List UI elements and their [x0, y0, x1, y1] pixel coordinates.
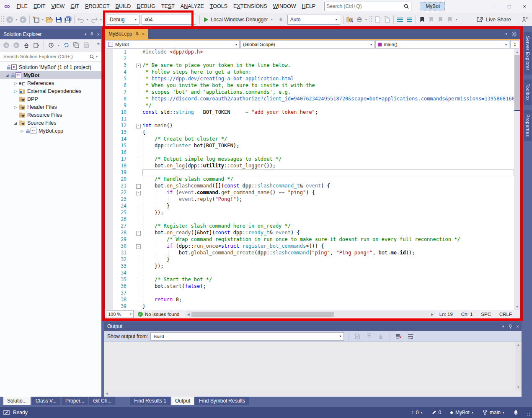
code-line-13[interactable]: 13{ — [105, 129, 514, 136]
eol-indicator[interactable]: CRLF — [499, 312, 512, 317]
fold-toggle[interactable]: - — [127, 183, 142, 190]
collapse-box-icon[interactable]: - — [136, 64, 141, 68]
undo-dropdown[interactable]: ▾ — [85, 18, 90, 21]
code-line-17[interactable]: 17 /* Output simple log messages to stdo… — [105, 156, 514, 163]
fold-toggle[interactable]: - — [127, 230, 142, 236]
scroll-left-arrow[interactable]: ◀ — [104, 390, 110, 397]
right-tab-properties[interactable]: Properties — [524, 110, 532, 141]
scroll-right-arrow[interactable]: ▶ — [429, 311, 435, 317]
save-button[interactable] — [54, 15, 63, 25]
tree-item-mybot-cpp[interactable]: ▷MyBot.cpp — [0, 127, 101, 135]
find-message-in-code-icon[interactable] — [353, 332, 362, 341]
collapse-box-icon[interactable]: - — [136, 231, 141, 236]
scroll-down-arrow[interactable]: ▼ — [515, 384, 522, 390]
horizontal-scrollbar[interactable]: ◀ — [104, 390, 522, 397]
home-dropdown[interactable]: ▾ — [364, 18, 368, 21]
menu-test[interactable]: TEST — [158, 3, 178, 9]
output-titlebar[interactable]: Output ▾ × — [104, 322, 522, 331]
fold-toggle[interactable]: - — [127, 190, 142, 196]
code-line-2[interactable]: 2 — [105, 56, 514, 62]
menu-window[interactable]: WINDOW — [270, 3, 299, 9]
live-share-button[interactable]: Live Share — [476, 16, 532, 23]
scroll-down-arrow[interactable]: ▼ — [514, 304, 520, 310]
code-line-18[interactable]: 18 bot.on_log(dpp::utility::cout_logger(… — [105, 163, 514, 169]
uncomment-lines-icon[interactable] — [405, 15, 414, 25]
new-project-dropdown[interactable]: ▾ — [41, 18, 45, 21]
tool-tab-find-results-1[interactable]: Find Results 1 — [130, 397, 170, 405]
editor-options-gear-icon[interactable] — [511, 31, 517, 37]
code-line-19[interactable]: 19 — [105, 169, 514, 176]
close-icon[interactable]: × — [97, 32, 100, 37]
code-lines[interactable]: 1#include <dpp/dpp.h>23-/* Be sure to pl… — [105, 49, 514, 310]
menu-extensions[interactable]: EXTENSIONS — [230, 3, 270, 9]
collapse-icon[interactable]: ◢ — [13, 121, 18, 125]
close-icon[interactable]: × — [517, 324, 519, 329]
code-line-4[interactable]: 4 * Follow steps here to get a token: — [105, 69, 514, 76]
code-line-1[interactable]: 1#include <dpp/dpp.h> — [105, 49, 514, 56]
menu-build[interactable]: BUILD — [113, 3, 134, 9]
code-line-7[interactable]: 7 * scopes 'bot' and 'applications.comma… — [105, 89, 514, 96]
collapse-box-icon[interactable]: - — [136, 124, 141, 128]
branch-picker[interactable]: main ▴ — [480, 410, 507, 415]
code-line-11[interactable]: 11 — [105, 116, 514, 123]
tree-item-external-dependencies[interactable]: ▷External Dependencies — [0, 87, 101, 95]
code-line-32[interactable]: 32 } — [105, 256, 514, 263]
scroll-up-arrow[interactable]: ▲ — [514, 49, 520, 55]
split-window-button[interactable]: ‡ — [510, 40, 519, 49]
hot-reload-icon[interactable] — [276, 15, 286, 25]
fold-toggle[interactable]: - — [127, 123, 142, 129]
code-line-24[interactable]: 24 } — [105, 203, 514, 210]
switch-views-icon[interactable] — [32, 40, 41, 50]
pin-icon[interactable] — [90, 32, 94, 37]
navigate-back-dropdown[interactable]: ▾ — [14, 18, 18, 21]
document-health-indicator[interactable]: ✓ No issues found — [138, 312, 179, 317]
zoom-combo[interactable]: 100 %▾ — [106, 310, 134, 318]
toggle-bookmark-icon[interactable] — [418, 15, 427, 25]
expand-icon[interactable]: ▷ — [13, 105, 18, 109]
notifications-bell-button[interactable] — [511, 410, 521, 415]
solution-explorer-titlebar[interactable]: Solution Explorer ▾ × — [0, 29, 101, 39]
code-line-10[interactable]: 10const std::string BOT_TOKEN = "add you… — [105, 109, 514, 116]
close-button[interactable]: × — [517, 0, 532, 13]
forward-button[interactable]: ▸ — [12, 40, 21, 50]
code-line-9[interactable]: 9 */ — [105, 103, 514, 109]
repository-picker[interactable]: ◆ MyBot ▴ — [447, 410, 476, 415]
collapse-box-icon[interactable]: - — [136, 191, 141, 195]
toolbar-grip[interactable] — [1, 16, 5, 23]
redo-button[interactable] — [90, 15, 99, 25]
fold-toggle[interactable]: - — [127, 62, 142, 69]
window-position-dropdown-icon[interactable]: ▾ — [502, 324, 504, 328]
sync-with-active-document-icon[interactable] — [62, 40, 71, 50]
code-line-36[interactable]: 36 bot.start(false); — [105, 283, 514, 290]
toolbar-grip[interactable] — [369, 16, 373, 23]
preview-document-icon[interactable] — [382, 15, 392, 25]
code-line-12[interactable]: 12-int main() — [105, 123, 514, 129]
tab-mybot-cpp[interactable]: MyBot.cpp × — [105, 29, 148, 39]
code-line-23[interactable]: 23 event.reply("Pong!"); — [105, 196, 514, 203]
space-mode-indicator[interactable]: SPC — [481, 312, 491, 317]
close-tab-icon[interactable]: × — [142, 31, 145, 36]
code-line-16[interactable]: 16 — [105, 149, 514, 156]
pin-icon[interactable] — [509, 324, 512, 329]
menu-analyze[interactable]: ANALYZE — [178, 3, 207, 9]
tree-item-dpp[interactable]: DPP — [0, 95, 101, 103]
code-line-5[interactable]: 5 * https://dpp.dev/creating-a-bot-appli… — [105, 76, 514, 82]
output-source-combo[interactable]: Build▾ — [150, 332, 344, 341]
code-line-3[interactable]: 3-/* Be sure to place your token in the … — [105, 62, 514, 69]
code-line-29[interactable]: 29 /* Wrap command registration in run_o… — [105, 236, 514, 243]
menu-tools[interactable]: TOOLS — [207, 3, 230, 9]
redo-dropdown[interactable]: ▾ — [99, 18, 103, 21]
scroll-left-arrow[interactable]: ◀ — [185, 311, 191, 317]
tree-item-resource-files[interactable]: Resource Files — [0, 111, 101, 119]
back-button[interactable]: ◂ — [2, 40, 11, 50]
toolbar-overflow-dropdown[interactable]: ▾ — [455, 18, 459, 21]
unpushed-edits-button[interactable]: 0 — [429, 410, 444, 415]
window-position-dropdown-icon[interactable]: ▾ — [85, 32, 87, 36]
filter-dropdown[interactable]: ▾ — [57, 44, 61, 47]
menu-git[interactable]: GIT — [67, 3, 82, 9]
clear-all-icon[interactable] — [394, 332, 403, 341]
previous-message-icon[interactable] — [364, 332, 374, 341]
new-project-button[interactable] — [31, 15, 41, 25]
solution-configuration-combo[interactable]: Debug▾ — [107, 15, 139, 25]
tree-item-source-files[interactable]: ◢Source Files — [0, 119, 101, 127]
